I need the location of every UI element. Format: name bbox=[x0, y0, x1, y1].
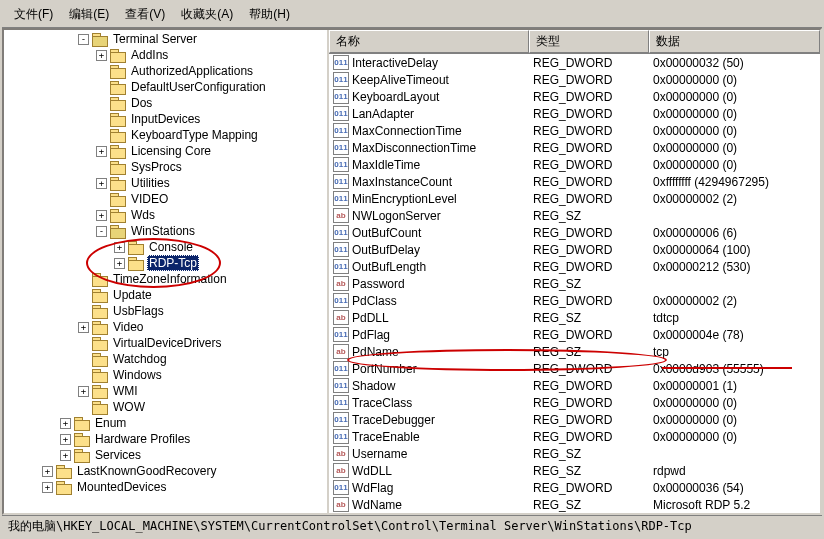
tree-label: Video bbox=[111, 320, 145, 334]
value-type: REG_DWORD bbox=[529, 192, 649, 206]
string-value-icon: ab bbox=[333, 208, 349, 223]
menu-file[interactable]: 文件(F) bbox=[6, 4, 61, 25]
list-row[interactable]: 011MaxIdleTimeREG_DWORD0x00000000 (0) bbox=[329, 156, 820, 173]
expand-icon[interactable]: + bbox=[96, 178, 107, 189]
list-row[interactable]: 011ShadowREG_DWORD0x00000001 (1) bbox=[329, 377, 820, 394]
list-row[interactable]: 011OutBufCountREG_DWORD0x00000006 (6) bbox=[329, 224, 820, 241]
expand-icon[interactable]: + bbox=[42, 466, 53, 477]
menu-view[interactable]: 查看(V) bbox=[117, 4, 173, 25]
value-data: 0x0000004e (78) bbox=[649, 328, 820, 342]
expand-icon[interactable]: + bbox=[78, 386, 89, 397]
tree-item[interactable]: AuthorizedApplications bbox=[4, 63, 327, 79]
tree-item[interactable]: DefaultUserConfiguration bbox=[4, 79, 327, 95]
list-row[interactable]: abUsernameREG_SZ bbox=[329, 445, 820, 462]
expand-icon[interactable]: + bbox=[60, 418, 71, 429]
tree-item[interactable]: +Enum bbox=[4, 415, 327, 431]
list-row[interactable]: 011InteractiveDelayREG_DWORD0x00000032 (… bbox=[329, 54, 820, 71]
tree-item[interactable]: +Utilities bbox=[4, 175, 327, 191]
tree-item[interactable]: VirtualDeviceDrivers bbox=[4, 335, 327, 351]
value-name: PdName bbox=[352, 345, 399, 359]
expand-icon[interactable]: + bbox=[60, 450, 71, 461]
list-row[interactable]: 011TraceClassREG_DWORD0x00000000 (0) bbox=[329, 394, 820, 411]
expand-icon[interactable]: + bbox=[96, 146, 107, 157]
collapse-icon[interactable]: - bbox=[96, 226, 107, 237]
list-row[interactable]: abWdNameREG_SZMicrosoft RDP 5.2 bbox=[329, 496, 820, 513]
list-row[interactable]: 011OutBufDelayREG_DWORD0x00000064 (100) bbox=[329, 241, 820, 258]
tree-item[interactable]: Windows bbox=[4, 367, 327, 383]
expand-icon[interactable]: + bbox=[60, 434, 71, 445]
list-row[interactable]: 011PdFlagREG_DWORD0x0000004e (78) bbox=[329, 326, 820, 343]
folder-icon bbox=[110, 97, 126, 110]
folder-icon bbox=[92, 305, 108, 318]
tree-item[interactable]: +Hardware Profiles bbox=[4, 431, 327, 447]
tree-item[interactable]: TimeZoneInformation bbox=[4, 271, 327, 287]
list-row[interactable]: 011MaxDisconnectionTimeREG_DWORD0x000000… bbox=[329, 139, 820, 156]
folder-icon bbox=[110, 145, 126, 158]
tree-item[interactable]: +LastKnownGoodRecovery bbox=[4, 463, 327, 479]
tree-item[interactable]: Dos bbox=[4, 95, 327, 111]
list-row[interactable]: 011TraceDebuggerREG_DWORD0x00000000 (0) bbox=[329, 411, 820, 428]
list-row[interactable]: abNWLogonServerREG_SZ bbox=[329, 207, 820, 224]
binary-value-icon: 011 bbox=[333, 191, 349, 206]
tree-item[interactable]: +Video bbox=[4, 319, 327, 335]
list-row[interactable]: 011WdFlagREG_DWORD0x00000036 (54) bbox=[329, 479, 820, 496]
expand-icon[interactable]: + bbox=[96, 50, 107, 61]
list-row[interactable]: abPasswordREG_SZ bbox=[329, 275, 820, 292]
tree-item[interactable]: +MountedDevices bbox=[4, 479, 327, 495]
string-value-icon: ab bbox=[333, 463, 349, 478]
column-data-header[interactable]: 数据 bbox=[649, 30, 820, 53]
tree-item[interactable]: +AddIns bbox=[4, 47, 327, 63]
list-row[interactable]: 011OutBufLengthREG_DWORD0x00000212 (530) bbox=[329, 258, 820, 275]
folder-icon bbox=[92, 337, 108, 350]
tree-item[interactable]: +RDP-Tcp bbox=[4, 255, 327, 271]
tree-item[interactable]: +Licensing Core bbox=[4, 143, 327, 159]
value-type: REG_DWORD bbox=[529, 362, 649, 376]
tree-item[interactable]: UsbFlags bbox=[4, 303, 327, 319]
list-row[interactable]: 011PdClassREG_DWORD0x00000002 (2) bbox=[329, 292, 820, 309]
list-row[interactable]: abPdNameREG_SZtcp bbox=[329, 343, 820, 360]
list-row[interactable]: 011LanAdapterREG_DWORD0x00000000 (0) bbox=[329, 105, 820, 122]
collapse-icon[interactable]: - bbox=[78, 34, 89, 45]
tree-item[interactable]: Watchdog bbox=[4, 351, 327, 367]
tree-pane[interactable]: -Terminal Server+AddInsAuthorizedApplica… bbox=[4, 30, 329, 513]
tree-item[interactable]: InputDevices bbox=[4, 111, 327, 127]
list-row[interactable]: 011MinEncryptionLevelREG_DWORD0x00000002… bbox=[329, 190, 820, 207]
list-body[interactable]: 011InteractiveDelayREG_DWORD0x00000032 (… bbox=[329, 54, 820, 513]
column-type-header[interactable]: 类型 bbox=[529, 30, 649, 53]
tree-label: Windows bbox=[111, 368, 164, 382]
list-row[interactable]: abPdDLLREG_SZtdtcp bbox=[329, 309, 820, 326]
list-row[interactable]: abWdDLLREG_SZrdpwd bbox=[329, 462, 820, 479]
expand-icon[interactable]: + bbox=[96, 210, 107, 221]
tree-item[interactable]: VIDEO bbox=[4, 191, 327, 207]
tree-item[interactable]: SysProcs bbox=[4, 159, 327, 175]
expand-icon[interactable]: + bbox=[42, 482, 53, 493]
tree-item[interactable]: +Services bbox=[4, 447, 327, 463]
column-name-header[interactable]: 名称 bbox=[329, 30, 529, 53]
folder-icon bbox=[128, 241, 144, 254]
value-name: PortNumber bbox=[352, 362, 417, 376]
tree-item[interactable]: Update bbox=[4, 287, 327, 303]
expand-icon[interactable]: + bbox=[114, 258, 125, 269]
folder-icon bbox=[56, 465, 72, 478]
list-row[interactable]: 011MaxInstanceCountREG_DWORD0xffffffff (… bbox=[329, 173, 820, 190]
tree-item[interactable]: -Terminal Server bbox=[4, 31, 327, 47]
list-row[interactable]: 011PortNumberREG_DWORD0x0000d903 (55555) bbox=[329, 360, 820, 377]
tree-item[interactable]: +Console bbox=[4, 239, 327, 255]
string-value-icon: ab bbox=[333, 310, 349, 325]
tree-item[interactable]: WOW bbox=[4, 399, 327, 415]
tree-item[interactable]: +Wds bbox=[4, 207, 327, 223]
menu-favorites[interactable]: 收藏夹(A) bbox=[173, 4, 241, 25]
list-row[interactable]: 011KeepAliveTimeoutREG_DWORD0x00000000 (… bbox=[329, 71, 820, 88]
list-row[interactable]: 011TraceEnableREG_DWORD0x00000000 (0) bbox=[329, 428, 820, 445]
list-row[interactable]: 011MaxConnectionTimeREG_DWORD0x00000000 … bbox=[329, 122, 820, 139]
tree-item[interactable]: KeyboardType Mapping bbox=[4, 127, 327, 143]
expand-icon[interactable]: + bbox=[114, 242, 125, 253]
menu-edit[interactable]: 编辑(E) bbox=[61, 4, 117, 25]
tree-item[interactable]: -WinStations bbox=[4, 223, 327, 239]
string-value-icon: ab bbox=[333, 276, 349, 291]
value-type: REG_DWORD bbox=[529, 90, 649, 104]
tree-item[interactable]: +WMI bbox=[4, 383, 327, 399]
expand-icon[interactable]: + bbox=[78, 322, 89, 333]
list-row[interactable]: 011KeyboardLayoutREG_DWORD0x00000000 (0) bbox=[329, 88, 820, 105]
menu-help[interactable]: 帮助(H) bbox=[241, 4, 298, 25]
